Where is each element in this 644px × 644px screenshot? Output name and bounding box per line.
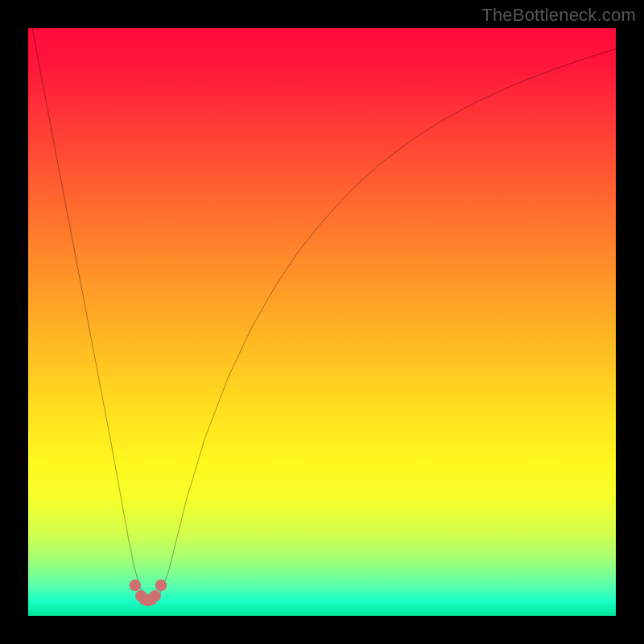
- watermark-text: TheBottleneck.com: [481, 5, 636, 26]
- optimal-dot: [155, 580, 167, 592]
- bottleneck-chart: [28, 28, 616, 616]
- heat-background: [28, 28, 616, 616]
- chart-frame: TheBottleneck.com: [0, 0, 644, 644]
- optimal-dot: [130, 580, 142, 592]
- optimal-dot: [149, 590, 161, 602]
